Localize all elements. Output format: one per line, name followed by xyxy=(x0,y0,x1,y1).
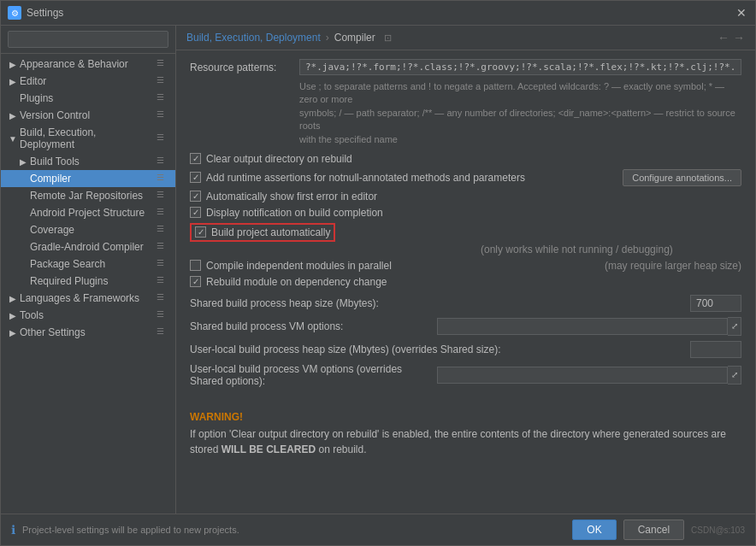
arrow-icon xyxy=(18,191,28,201)
rebuild-module-label: Rebuild module on dependency change xyxy=(206,276,741,288)
breadcrumb-icon[interactable]: ⊡ xyxy=(384,32,392,44)
ok-button[interactable]: OK xyxy=(572,520,616,540)
user-heap-row: User-local build process heap size (Mbyt… xyxy=(190,341,741,358)
nav-forward-button[interactable]: → xyxy=(733,31,745,44)
sidebar-item-label: Package Search xyxy=(30,258,153,270)
sidebar-item-label: Build, Execution, Deployment xyxy=(20,126,153,150)
gear-icon: ☰ xyxy=(157,275,168,287)
title-bar: ⚙ Settings ✕ xyxy=(1,1,755,26)
shared-heap-label: Shared build process heap size (Mbytes): xyxy=(190,297,690,309)
sidebar-item-version-control[interactable]: ▶ Version Control ☰ xyxy=(1,107,175,124)
sidebar-item-coverage[interactable]: Coverage ☰ xyxy=(1,221,175,238)
display-notif-checkbox[interactable] xyxy=(190,207,201,218)
expand-vm-button[interactable]: ⤢ xyxy=(728,317,741,336)
shared-heap-input[interactable] xyxy=(690,295,741,312)
resource-patterns-row: Resource patterns: xyxy=(190,59,741,75)
sidebar-item-label: Compiler xyxy=(30,173,153,185)
shared-vm-label: Shared build process VM options: xyxy=(190,320,437,332)
bottom-info-text: Project-level settings will be applied t… xyxy=(22,525,565,535)
sidebar-item-package-search[interactable]: Package Search ☰ xyxy=(1,255,175,273)
auto-show-label: Automatically show first error in editor xyxy=(206,191,741,203)
gear-icon: ☰ xyxy=(157,190,168,202)
sidebar-item-other-settings[interactable]: ▶ Other Settings ☰ xyxy=(1,324,175,341)
sidebar-item-appearance[interactable]: ▶ Appearance & Behavior ☰ xyxy=(1,56,175,73)
configure-annotations-button[interactable]: Configure annotations... xyxy=(623,169,741,186)
shared-vm-input[interactable] xyxy=(437,318,728,335)
sidebar-item-build-execution[interactable]: ▼ Build, Execution, Deployment ☰ xyxy=(1,124,175,153)
sidebar-item-label: Required Plugins xyxy=(30,275,153,287)
gear-icon: ☰ xyxy=(157,156,168,167)
sidebar: ▶ Appearance & Behavior ☰ ▶ Editor ☰ Plu… xyxy=(1,26,176,514)
compile-parallel-checkbox[interactable] xyxy=(190,260,201,271)
info-icon: ℹ xyxy=(11,523,15,537)
sidebar-item-label: Build Tools xyxy=(30,156,153,167)
main-content: Resource patterns: Use ; to separate pat… xyxy=(176,50,755,514)
resource-patterns-input[interactable] xyxy=(299,59,741,75)
arrow-icon xyxy=(18,259,28,269)
user-heap-label: User-local build process heap size (Mbyt… xyxy=(190,343,690,355)
sidebar-item-build-tools[interactable]: ▶ Build Tools ☰ xyxy=(1,153,175,170)
resource-patterns-label: Resource patterns: xyxy=(190,59,292,73)
sidebar-item-tools[interactable]: ▶ Tools ☰ xyxy=(1,307,175,324)
gear-icon: ☰ xyxy=(157,207,168,219)
gear-icon: ☰ xyxy=(157,92,168,104)
sidebar-item-remote-jar[interactable]: Remote Jar Repositories ☰ xyxy=(1,187,175,204)
resource-hint: Use ; to separate patterns and ! to nega… xyxy=(299,80,741,146)
settings-icon: ⚙ xyxy=(8,6,21,20)
build-auto-note: (only works while not running / debuggin… xyxy=(481,244,673,255)
arrow-icon: ▼ xyxy=(8,133,18,144)
sidebar-item-label: Remote Jar Repositories xyxy=(30,190,153,202)
add-runtime-checkbox[interactable] xyxy=(190,172,201,183)
user-vm-input[interactable] xyxy=(437,367,728,384)
sidebar-item-android-project[interactable]: Android Project Structure ☰ xyxy=(1,204,175,221)
arrow-icon: ▶ xyxy=(8,110,18,120)
gear-icon: ☰ xyxy=(157,241,168,253)
user-vm-row: User-local build process VM options (ove… xyxy=(190,363,741,387)
add-runtime-label: Add runtime assertions for notnull-annot… xyxy=(206,172,617,184)
clear-output-row: Clear output directory on rebuild xyxy=(190,153,741,165)
build-auto-label: Build project automatically xyxy=(211,226,330,238)
sidebar-item-label: Gradle-Android Compiler xyxy=(30,241,153,253)
breadcrumb-bar: Build, Execution, Deployment › Compiler … xyxy=(176,26,755,50)
compile-parallel-note: (may require larger heap size) xyxy=(605,260,741,272)
arrow-icon: ▶ xyxy=(18,156,28,167)
gear-icon: ☰ xyxy=(157,224,168,236)
rebuild-module-checkbox[interactable] xyxy=(190,276,201,287)
expand-user-vm-button[interactable]: ⤢ xyxy=(728,366,741,385)
sidebar-item-label: Coverage xyxy=(30,224,153,236)
sidebar-item-plugins[interactable]: Plugins ☰ xyxy=(1,90,175,107)
settings-tree: ▶ Appearance & Behavior ☰ ▶ Editor ☰ Plu… xyxy=(1,54,175,514)
sidebar-item-label: Version Control xyxy=(20,109,153,121)
build-auto-checkbox[interactable] xyxy=(195,226,206,238)
sidebar-item-label: Languages & Frameworks xyxy=(20,292,153,304)
arrow-icon xyxy=(8,93,18,103)
sidebar-item-label: Appearance & Behavior xyxy=(20,58,153,70)
user-heap-input[interactable] xyxy=(690,341,741,358)
arrow-icon xyxy=(18,242,28,252)
cancel-button[interactable]: Cancel xyxy=(623,520,684,540)
sidebar-item-compiler[interactable]: Compiler ☰ xyxy=(1,170,175,187)
sidebar-item-required-plugins[interactable]: Required Plugins ☰ xyxy=(1,273,175,290)
gear-icon: ☰ xyxy=(157,309,168,321)
warning-text: If option 'Clear output directory on reb… xyxy=(190,426,741,457)
nav-arrows: ← → xyxy=(718,31,745,44)
clear-output-checkbox[interactable] xyxy=(190,153,201,164)
search-input[interactable] xyxy=(8,31,168,48)
gear-icon: ☰ xyxy=(157,173,168,185)
breadcrumb-parent[interactable]: Build, Execution, Deployment xyxy=(186,32,321,44)
auto-show-checkbox[interactable] xyxy=(190,191,201,202)
gear-icon: ☰ xyxy=(157,326,168,338)
close-button[interactable]: ✕ xyxy=(735,6,748,20)
shared-heap-row: Shared build process heap size (Mbytes): xyxy=(190,295,741,312)
arrow-icon: ▶ xyxy=(8,327,18,338)
shared-vm-input-wrap: ⤢ xyxy=(437,317,741,336)
nav-back-button[interactable]: ← xyxy=(718,31,729,44)
arrow-icon: ▶ xyxy=(8,59,18,69)
sidebar-item-gradle-android[interactable]: Gradle-Android Compiler ☰ xyxy=(1,238,175,255)
sidebar-item-editor[interactable]: ▶ Editor ☰ xyxy=(1,73,175,90)
warning-title: WARNING! xyxy=(190,411,741,423)
sidebar-item-languages[interactable]: ▶ Languages & Frameworks ☰ xyxy=(1,290,175,307)
auto-show-row: Automatically show first error in editor xyxy=(190,191,741,203)
breadcrumb-current: Compiler xyxy=(334,32,375,44)
arrow-icon: ▶ xyxy=(8,310,18,320)
